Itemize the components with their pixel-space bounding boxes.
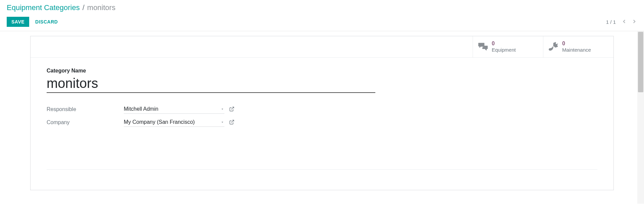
scrollbar-track[interactable]: [637, 31, 644, 204]
actions-row: Save Discard 1 / 1: [7, 17, 637, 27]
scrollbar-thumb[interactable]: [638, 32, 643, 92]
discard-button[interactable]: Discard: [35, 19, 58, 24]
company-label: Company: [47, 116, 124, 129]
responsible-label: Responsible: [47, 103, 124, 116]
cubes-icon: [478, 42, 488, 51]
external-link-icon: [229, 119, 234, 125]
responsible-value: Mitchell Admin: [124, 106, 158, 112]
form-body: Category Name Responsible Mitchell Admin: [31, 58, 613, 136]
breadcrumb-current: monitors: [87, 3, 115, 12]
chevron-right-icon: [631, 18, 637, 24]
chevron-left-icon: [621, 18, 627, 24]
responsible-row: Responsible Mitchell Admin: [47, 103, 234, 116]
pager-text[interactable]: 1 / 1: [606, 19, 616, 25]
pager-arrows: [621, 18, 637, 25]
responsible-select[interactable]: Mitchell Admin: [124, 105, 224, 114]
external-link-icon: [229, 106, 234, 112]
responsible-external-link[interactable]: [229, 106, 234, 113]
caret-down-icon: [220, 107, 224, 111]
equipment-stat-text: 0 Equipment: [492, 40, 516, 53]
form-divider: [47, 169, 597, 170]
stat-buttons-bar: 0 Equipment 0 Maintenance: [31, 36, 613, 58]
equipment-count: 0: [492, 40, 516, 47]
company-row: Company My Company (San Francisco): [47, 116, 234, 129]
breadcrumb: Equipment Categories / monitors: [7, 3, 637, 12]
save-button[interactable]: Save: [7, 17, 29, 27]
company-select[interactable]: My Company (San Francisco): [124, 118, 224, 127]
fields-table: Responsible Mitchell Admin: [47, 103, 234, 129]
svg-line-1: [231, 120, 234, 122]
company-external-link[interactable]: [229, 119, 234, 126]
company-field-wrap: My Company (San Francisco): [124, 118, 234, 127]
responsible-field-wrap: Mitchell Admin: [124, 105, 234, 114]
form-sheet: 0 Equipment 0 Maintenance Category Name …: [30, 36, 614, 190]
content-wrapper: 0 Equipment 0 Maintenance Category Name …: [0, 31, 644, 204]
breadcrumb-parent-link[interactable]: Equipment Categories: [7, 3, 80, 12]
company-value: My Company (San Francisco): [124, 119, 195, 125]
pager-next-button[interactable]: [631, 18, 637, 25]
control-panel: Equipment Categories / monitors Save Dis…: [0, 0, 644, 31]
equipment-label: Equipment: [492, 47, 516, 53]
equipment-stat-button[interactable]: 0 Equipment: [473, 36, 543, 57]
pager-prev-button[interactable]: [621, 18, 627, 25]
maintenance-count: 0: [562, 40, 591, 47]
actions-left: Save Discard: [7, 17, 58, 27]
pager: 1 / 1: [606, 18, 637, 25]
maintenance-label: Maintenance: [562, 47, 591, 53]
wrench-icon: [549, 42, 558, 51]
category-name-label: Category Name: [47, 68, 597, 74]
svg-line-0: [231, 107, 234, 109]
caret-down-icon: [220, 120, 224, 124]
maintenance-stat-text: 0 Maintenance: [562, 40, 591, 53]
maintenance-stat-button[interactable]: 0 Maintenance: [543, 36, 613, 57]
category-name-input[interactable]: [47, 75, 375, 93]
breadcrumb-separator: /: [83, 3, 85, 12]
